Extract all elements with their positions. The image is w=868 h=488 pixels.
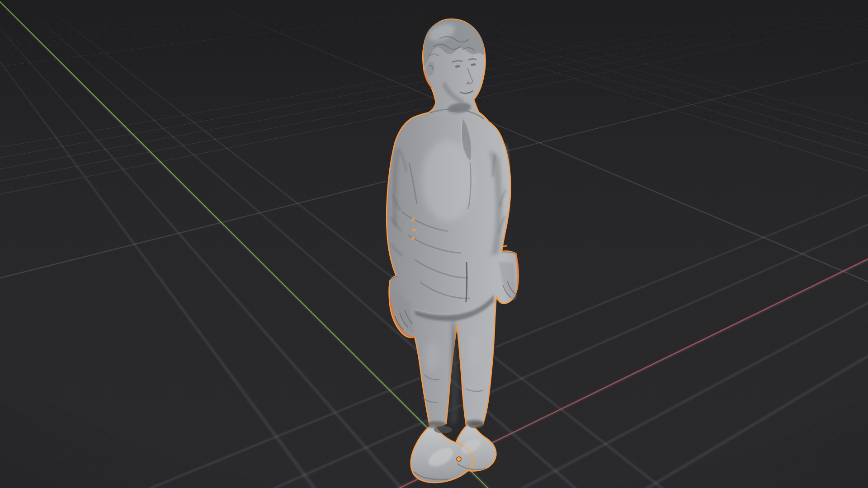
- human-model[interactable]: [387, 19, 518, 483]
- scene-overlay: [0, 0, 868, 488]
- 3d-viewport[interactable]: [0, 0, 868, 488]
- mesh-speck: [451, 408, 453, 410]
- mesh-speck: [448, 414, 450, 416]
- object-origin-dot: [457, 457, 461, 461]
